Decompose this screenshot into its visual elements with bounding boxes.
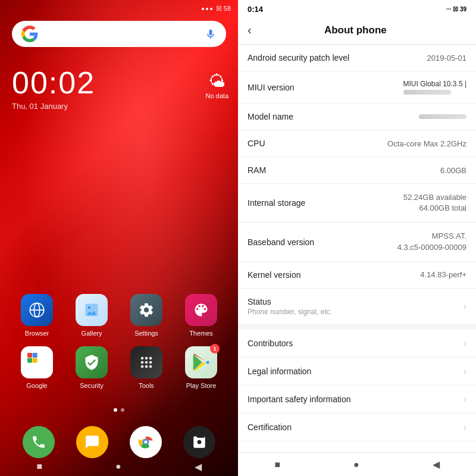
model-label: Model name — [248, 112, 419, 121]
security-patch-value: 2019-05-01 — [427, 54, 467, 62]
item-baseband: Baseband version MPSS.AT. 4.3.c5-00009-0… — [238, 223, 476, 261]
model-value — [419, 114, 466, 119]
app-browser[interactable]: Browser — [15, 294, 58, 337]
item-safety[interactable]: Important safety information › — [238, 386, 476, 414]
clock-area: 00:02 Thu, 01 January — [0, 53, 238, 111]
google-logo — [21, 26, 38, 42]
app-gallery[interactable]: Gallery — [70, 294, 113, 337]
ram-value: 6.00GB — [440, 166, 466, 175]
item-kernel: Kernel version 4.14.83-perf+ — [238, 262, 476, 289]
back-button[interactable]: ‹ — [248, 23, 252, 37]
app-tools[interactable]: Tools — [125, 346, 168, 389]
dock-phone[interactable] — [23, 426, 55, 458]
contributors-label: Contributors — [248, 339, 459, 348]
status-icons-right: ··· ☒ 39 — [446, 6, 466, 12]
nav-circle-right[interactable]: ● — [353, 459, 359, 470]
security-icon — [76, 346, 108, 378]
kernel-label: Kernel version — [248, 270, 420, 280]
svg-point-13 — [145, 361, 148, 364]
baseband-val1: MPSS.AT. — [397, 231, 466, 242]
ram-label: RAM — [248, 165, 440, 175]
dock-message[interactable] — [76, 426, 108, 458]
app-security[interactable]: Security — [70, 346, 113, 389]
item-label-miui: MIUI version — [248, 83, 403, 92]
gallery-icon — [76, 294, 108, 326]
item-label-status: Status Phone number, signal, etc. — [248, 297, 459, 316]
miui-label: MIUI version — [248, 83, 403, 92]
item-label-legal: Legal information — [248, 367, 459, 376]
gallery-label: Gallery — [82, 330, 102, 337]
item-legal[interactable]: Legal information › — [238, 358, 476, 386]
item-label-safety: Important safety information — [248, 394, 459, 404]
legal-label: Legal information — [248, 367, 459, 376]
storage-total: 64.00GB total — [403, 203, 466, 214]
status-sublabel: Phone number, signal, etc. — [248, 308, 459, 316]
svg-point-16 — [145, 365, 148, 368]
app-settings[interactable]: Settings — [125, 294, 168, 337]
svg-point-15 — [141, 365, 144, 368]
dot3 — [210, 8, 212, 10]
item-ram: RAM 6.00GB — [238, 157, 476, 184]
settings-icon — [130, 294, 162, 326]
nav-back-right[interactable]: ◀ — [433, 459, 440, 470]
right-panel: 0:14 ··· ☒ 39 ‹ About phone Android secu… — [238, 0, 476, 476]
app-themes[interactable]: Themes — [180, 294, 223, 337]
security-patch-label: Android security patch level — [248, 53, 427, 62]
item-contributors[interactable]: Contributors › — [238, 330, 476, 358]
baseband-val2: 4.3.c5-00009-00009 — [397, 242, 466, 253]
item-label-kernel: Kernel version — [248, 270, 420, 280]
svg-point-4 — [88, 306, 90, 309]
svg-rect-6 — [33, 353, 37, 358]
nav-square-left[interactable]: ■ — [36, 461, 42, 472]
weather-widget: 🌤 No data — [205, 71, 228, 99]
playstore-icon: 1 — [185, 346, 217, 378]
settings-list: Android security patch level 2019-05-01 … — [238, 45, 476, 452]
dot2 — [206, 8, 208, 10]
item-status[interactable]: Status Phone number, signal, etc. › — [238, 289, 476, 325]
storage-label: Internal storage — [248, 198, 403, 208]
app-grid: Browser Gallery Settings Themes — [0, 294, 238, 399]
page-dot-1 — [114, 408, 117, 412]
cpu-value: Octa-core Max 2.2GHz — [387, 139, 466, 148]
item-label-cpu: CPU — [248, 139, 387, 148]
nav-circle-left[interactable]: ● — [115, 461, 121, 472]
google-label: Google — [26, 382, 47, 389]
security-label: Security — [80, 382, 104, 389]
settings-label: Settings — [134, 330, 158, 337]
kernel-value: 4.14.83-perf+ — [420, 270, 466, 279]
item-certification[interactable]: Certification › — [238, 414, 476, 441]
top-bar: ‹ About phone — [238, 16, 476, 45]
item-miui-version: MIUI version MIUI Global 10.3.5 | — [238, 71, 476, 104]
legal-chevron: › — [464, 366, 466, 377]
signal-dots — [202, 8, 212, 10]
svg-point-10 — [145, 357, 148, 360]
app-playstore[interactable]: 1 Play Store — [180, 346, 223, 389]
item-cpu: CPU Octa-core Max 2.2GHz — [238, 130, 476, 157]
svg-point-19 — [144, 440, 147, 443]
search-bar[interactable] — [12, 21, 226, 47]
nav-bar-right: ■ ● ◀ — [238, 452, 476, 476]
weather-icon: 🌤 — [209, 71, 226, 91]
app-row-2: Google Security — [10, 346, 228, 389]
baseband-value: MPSS.AT. 4.3.c5-00009-00009 — [397, 231, 466, 252]
clock-time: 00:02 — [12, 65, 226, 101]
page-dot-2 — [121, 408, 124, 412]
dock-camera[interactable] — [183, 426, 215, 458]
item-label-storage: Internal storage — [248, 198, 403, 208]
tools-icon — [130, 346, 162, 378]
svg-rect-5 — [27, 353, 32, 358]
certification-chevron: › — [464, 422, 466, 433]
dock-chrome[interactable] — [130, 426, 162, 458]
themes-label: Themes — [189, 330, 213, 337]
item-security-patch: Android security patch level 2019-05-01 — [238, 45, 476, 71]
nav-back-left[interactable]: ◀ — [195, 461, 202, 472]
contributors-chevron: › — [464, 338, 466, 349]
nav-square-right[interactable]: ■ — [274, 459, 280, 470]
dot1 — [202, 8, 204, 10]
themes-icon — [185, 294, 217, 326]
status-chevron: › — [464, 301, 466, 312]
miui-value-blurred — [403, 90, 451, 95]
svg-point-14 — [149, 361, 152, 364]
app-google[interactable]: Google — [15, 346, 58, 389]
item-label-contributors: Contributors — [248, 339, 459, 348]
